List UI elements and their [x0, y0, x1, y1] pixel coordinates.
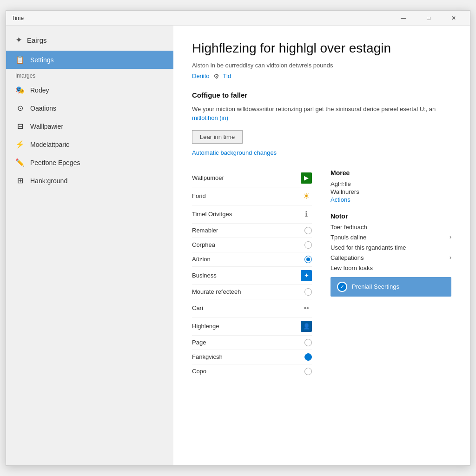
- list-item[interactable]: Remabler: [192, 224, 312, 238]
- sidebar-item-onations[interactable]: ⊙ Oaations: [6, 99, 173, 117]
- sidebar-item-wallpawier[interactable]: ⊟ Walllpawier: [6, 117, 173, 135]
- list-item[interactable]: Aüzion: [192, 252, 312, 267]
- chevron-icon2: ›: [450, 254, 451, 261]
- list-item[interactable]: Fankgvicsh: [192, 350, 312, 364]
- sidebar-item-label-settings: Settings: [30, 56, 54, 64]
- right-row2-container[interactable]: Tpnuis daline ›: [331, 232, 451, 242]
- app-name: Remabler: [192, 227, 218, 234]
- check-icon: ✓: [337, 282, 347, 292]
- right-row4: Callepations: [331, 254, 364, 261]
- list-item[interactable]: Timel Orivitges ℹ: [192, 205, 312, 224]
- app-name: Forid: [192, 192, 206, 199]
- sidebar-item-label-hankground: Hank:ground: [30, 177, 67, 185]
- app-list: Wallpumoer ▶ Forid ☀ Timel Orivitges ℹ: [192, 169, 312, 378]
- sidebar-item-label-rodey: Rodey: [30, 86, 49, 94]
- list-item[interactable]: Highlenge 👤: [192, 317, 312, 336]
- rodey-icon: 🎭: [15, 86, 25, 94]
- app-name: Corphea: [192, 241, 215, 248]
- radio-button-empty[interactable]: [304, 288, 312, 296]
- deriito-link[interactable]: Deriito: [192, 73, 210, 79]
- radio-button-dot[interactable]: [304, 256, 312, 263]
- radio-button-empty[interactable]: [304, 368, 312, 375]
- sidebar-item-peetfone[interactable]: ✏️ Peetfone Epeges: [6, 153, 173, 172]
- list-item[interactable]: Copo: [192, 364, 312, 378]
- sidebar-section-label: Imarges: [6, 69, 173, 81]
- content-area: Highflezing for highlgl over estagin Als…: [173, 26, 470, 465]
- auto-background-link[interactable]: Automatic background changes: [192, 149, 451, 156]
- main-layout: ✦ Eairgs 📋 Settings Imarges 🎭 Rodey ⊙ Oa…: [6, 26, 470, 465]
- app-name: Wallpumoer: [192, 174, 224, 181]
- list-item[interactable]: Corphea: [192, 238, 312, 252]
- radio-button-filled-blue[interactable]: [304, 353, 312, 361]
- sidebar-header[interactable]: ✦ Eairgs: [6, 31, 173, 51]
- onations-icon: ⊙: [15, 104, 25, 112]
- learn-button[interactable]: Lear inn time: [192, 130, 243, 144]
- page-subtitle: Alston in be ourreddisy can vidtoion det…: [192, 62, 451, 69]
- sidebar-item-rodey[interactable]: 🎭 Rodey: [6, 81, 173, 99]
- sidebar-header-label: Eairgs: [27, 36, 47, 44]
- sidebar: ✦ Eairgs 📋 Settings Imarges 🎭 Rodey ⊙ Oa…: [6, 26, 173, 465]
- right-row2: Tpnuis daline: [331, 234, 366, 241]
- sidebar-item-label-onations: Oaations: [30, 105, 56, 112]
- highlight-box[interactable]: ✓ Preniail Seertings: [331, 277, 451, 297]
- chevron-icon: ›: [450, 234, 451, 240]
- window-title: Time: [12, 15, 24, 21]
- right-row5: Lew foorn loaks: [331, 264, 451, 271]
- right-row1: Toer fedtuach: [331, 224, 451, 231]
- tid-link[interactable]: Tid: [223, 73, 231, 79]
- logo-icon: ✦: [15, 35, 22, 45]
- section-desc-text: We your miction willdowssriitor retionzi…: [192, 106, 436, 112]
- list-item[interactable]: Cari ••: [192, 299, 312, 317]
- app-window: Time — □ ✕ ✦ Eairgs 📋 Settings Imarges 🎭…: [6, 10, 470, 466]
- settings-icon: 📋: [15, 55, 25, 64]
- app-name: Timel Orivitges: [192, 211, 232, 218]
- list-item[interactable]: Forid ☀: [192, 187, 312, 205]
- right-section2-title: Notor: [331, 212, 451, 220]
- app-name: Business: [192, 272, 217, 279]
- radio-button-empty[interactable]: [304, 339, 312, 346]
- app-name: Mourate refecteeh: [192, 288, 241, 295]
- right-section1-title: Moree: [331, 169, 451, 177]
- sidebar-item-settings[interactable]: 📋 Settings: [6, 51, 173, 69]
- app-icon-face: ••: [301, 303, 312, 314]
- sidebar-item-hankground[interactable]: ⊞ Hank:ground: [6, 172, 173, 190]
- wallpawier-icon: ⊟: [15, 122, 25, 131]
- gear-icon: ⚙: [213, 73, 219, 80]
- modelattparic-icon: ⚡: [15, 140, 25, 149]
- right-row3: Used for this rgandants time: [331, 244, 451, 251]
- app-name: Cari: [192, 304, 203, 311]
- app-icon-green-arrow: ▶: [301, 172, 312, 184]
- two-column-layout: Wallpumoer ▶ Forid ☀ Timel Orivitges ℹ: [192, 169, 451, 378]
- right-row4-container[interactable]: Callepations ›: [331, 253, 451, 263]
- app-icon-info: ℹ: [301, 209, 312, 220]
- list-item[interactable]: Page: [192, 336, 312, 350]
- radio-button-empty[interactable]: [304, 227, 312, 234]
- actions-link[interactable]: Actions: [331, 196, 451, 203]
- title-bar: Time — □ ✕: [6, 11, 470, 26]
- app-name: Fankgvicsh: [192, 353, 223, 360]
- page-title: Highflezing for highlgl over estagin: [192, 40, 451, 56]
- page-links: Deriito ⚙ Tid: [192, 73, 451, 80]
- sidebar-item-label-wallpawier: Walllpawier: [30, 123, 63, 130]
- list-item[interactable]: Wallpumoer ▶: [192, 169, 312, 187]
- wallnurers-link[interactable]: Wallnurers: [331, 188, 451, 195]
- hankground-icon: ⊞: [15, 176, 25, 185]
- app-name: Page: [192, 339, 206, 346]
- section-desc: We your miction willdowssriitor retionzi…: [192, 105, 451, 123]
- window-controls: — □ ✕: [393, 11, 464, 26]
- list-item[interactable]: Business ✦: [192, 267, 312, 285]
- list-item[interactable]: Mourate refecteeh: [192, 285, 312, 299]
- radio-button-empty[interactable]: [304, 241, 312, 249]
- close-button[interactable]: ✕: [443, 11, 464, 26]
- sidebar-item-label-peetfone: Peetfone Epeges: [30, 159, 80, 166]
- minimize-button[interactable]: —: [393, 11, 414, 26]
- mitlotihon-link[interactable]: mitlotihon (in): [192, 114, 228, 121]
- sidebar-item-label-modelattparic: Modelattparic: [30, 141, 69, 148]
- right-panel: Moree Agl☆lle Wallnurers Actions Notor T…: [331, 169, 451, 378]
- app-name: Aüzion: [192, 256, 211, 263]
- app-icon-person: 👤: [301, 321, 312, 332]
- sidebar-item-modelattparic[interactable]: ⚡ Modelattparic: [6, 135, 173, 153]
- app-icon-sun: ☀: [301, 191, 312, 202]
- agl-link[interactable]: Agl☆lle: [331, 180, 451, 187]
- maximize-button[interactable]: □: [418, 11, 439, 26]
